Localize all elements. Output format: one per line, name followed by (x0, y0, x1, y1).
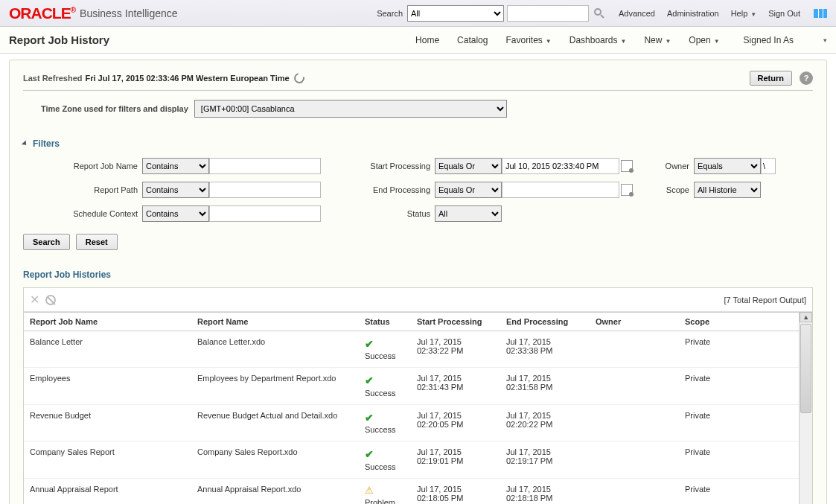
refresh-icon[interactable] (292, 71, 306, 85)
col-owner[interactable]: Owner (590, 313, 679, 331)
input-start-processing[interactable] (502, 158, 619, 174)
cell-start: Jul 17, 201502:18:05 PM (411, 478, 500, 504)
filters-grid: Report Job Name Contains Start Processin… (23, 158, 813, 222)
cell-scope: Private (679, 404, 799, 441)
cell-start: Jul 17, 201502:19:01 PM (411, 441, 500, 478)
op-start-processing[interactable]: Equals Or (435, 158, 502, 174)
svg-point-0 (595, 9, 601, 15)
search-input[interactable] (507, 5, 589, 22)
main-panel: Last Refreshed Fri Jul 17, 2015 02:33:46… (9, 60, 827, 504)
scroll-up-icon[interactable]: ▲ (800, 312, 812, 322)
last-refreshed-value: Fri Jul 17, 2015 02:33:46 PM Western Eur… (85, 74, 289, 83)
nav-dashboards[interactable]: Dashboards (569, 35, 627, 45)
signed-in-label: Signed In As (744, 35, 794, 45)
cell-end: Jul 17, 201502:19:17 PM (500, 441, 590, 478)
col-job-name[interactable]: Report Job Name (24, 313, 191, 331)
cell-owner (590, 404, 679, 441)
help-icon[interactable]: ? (800, 71, 813, 85)
reset-button[interactable]: Reset (76, 234, 118, 250)
col-scope[interactable]: Scope (679, 313, 799, 331)
refresh-bar: Last Refreshed Fri Jul 17, 2015 02:33:46… (23, 71, 813, 91)
cell-job-name: Balance Letter (24, 331, 191, 368)
oracle-logo: ORACLE® (9, 4, 75, 22)
cell-job-name: Revenue Budget (24, 404, 191, 441)
input-report-job-name[interactable] (209, 158, 321, 174)
op-owner[interactable]: Equals (694, 158, 761, 174)
cell-owner (590, 368, 679, 404)
col-status[interactable]: Status (359, 313, 411, 331)
cell-status: ✔Success (359, 368, 411, 404)
input-report-path[interactable] (209, 182, 321, 198)
cell-end: Jul 17, 201502:20:22 PM (500, 404, 590, 441)
total-output-label: [7 Total Report Output] (724, 296, 806, 304)
cell-report-name: Employees by Department Report.xdo (191, 368, 359, 404)
cell-report-name: Balance Letter.xdo (191, 331, 359, 368)
cell-job-name: Employees (24, 368, 191, 404)
cancel-icon[interactable] (45, 295, 56, 305)
timezone-label: Time Zone used for filters and display (41, 104, 188, 113)
op-report-job-name[interactable]: Contains (142, 158, 209, 174)
return-button[interactable]: Return (750, 71, 792, 86)
signout-link[interactable]: Sign Out (768, 9, 800, 18)
search-button[interactable]: Search (23, 234, 70, 250)
app-switcher-icon[interactable] (814, 9, 827, 18)
cell-owner (590, 478, 679, 504)
cell-status: ⚠Problem (359, 478, 411, 504)
table-row[interactable]: EmployeesEmployees by Department Report.… (24, 368, 799, 404)
op-end-processing[interactable]: Equals Or (435, 182, 502, 198)
search-icon[interactable] (593, 7, 605, 19)
col-start[interactable]: Start Processing (411, 313, 500, 331)
filters-header[interactable]: Filters (23, 138, 813, 149)
oracle-logo-text: ORACLE (9, 4, 71, 22)
nav-home[interactable]: Home (415, 35, 439, 45)
input-owner[interactable] (761, 158, 776, 174)
cell-start: Jul 17, 201502:33:22 PM (411, 331, 500, 368)
nav-new[interactable]: New (644, 35, 671, 45)
cell-scope: Private (679, 331, 799, 368)
table-row[interactable]: Balance LetterBalance Letter.xdo✔Success… (24, 331, 799, 368)
help-menu[interactable]: Help (731, 9, 757, 18)
reg-mark: ® (71, 6, 75, 14)
nav-open[interactable]: Open (689, 35, 719, 45)
label-status: Status (353, 209, 435, 218)
calendar-icon[interactable] (621, 184, 633, 196)
page-title: Report Job History (9, 34, 109, 46)
delete-icon[interactable]: ✕ (30, 293, 39, 307)
administration-link[interactable]: Administration (667, 9, 719, 18)
input-end-processing[interactable] (502, 182, 619, 198)
cell-scope: Private (679, 478, 799, 504)
select-scope[interactable]: All Historie (694, 182, 761, 198)
op-report-path[interactable]: Contains (142, 182, 209, 198)
cell-scope: Private (679, 441, 799, 478)
timezone-select[interactable]: [GMT+00:00] Casablanca (194, 100, 507, 118)
cell-job-name: Annual Appraisal Report (24, 478, 191, 504)
op-schedule-context[interactable]: Contains (142, 205, 209, 222)
scrollbar-thumb[interactable] (800, 324, 811, 413)
nav-catalog[interactable]: Catalog (457, 35, 488, 45)
nav-favorites[interactable]: Favorites (505, 35, 551, 45)
advanced-link[interactable]: Advanced (619, 9, 655, 18)
cell-job-name: Company Sales Report (24, 441, 191, 478)
table-row[interactable]: Revenue BudgetRevenue Budget Actual and … (24, 404, 799, 441)
timezone-row: Time Zone used for filters and display [… (23, 100, 813, 118)
search-label: Search (377, 9, 403, 18)
success-icon: ✔ (365, 411, 405, 424)
select-status[interactable]: All (435, 205, 502, 222)
cell-report-name: Company Sales Report.xdo (191, 441, 359, 478)
search-scope-select[interactable]: All (407, 5, 504, 22)
cell-start: Jul 17, 201502:20:05 PM (411, 404, 500, 441)
success-icon: ✔ (365, 337, 405, 351)
global-header: ORACLE® Business Intelligence Search All… (0, 0, 836, 27)
table-row[interactable]: Company Sales ReportCompany Sales Report… (24, 441, 799, 478)
cell-report-name: Revenue Budget Actual and Detail.xdo (191, 404, 359, 441)
table-row[interactable]: Annual Appraisal ReportAnnual Appraisal … (24, 478, 799, 504)
scrollbar-track[interactable] (800, 322, 812, 504)
input-schedule-context[interactable] (209, 205, 321, 222)
user-menu-caret-icon[interactable]: ▾ (823, 36, 827, 44)
histories-table-container: ✕ [7 Total Report Output] Report Job Nam… (23, 287, 813, 504)
col-report-name[interactable]: Report Name (191, 313, 359, 331)
label-scope: Scope (649, 185, 694, 194)
calendar-icon[interactable] (621, 160, 633, 172)
table-header-row: Report Job Name Report Name Status Start… (24, 313, 799, 331)
col-end[interactable]: End Processing (500, 313, 590, 331)
